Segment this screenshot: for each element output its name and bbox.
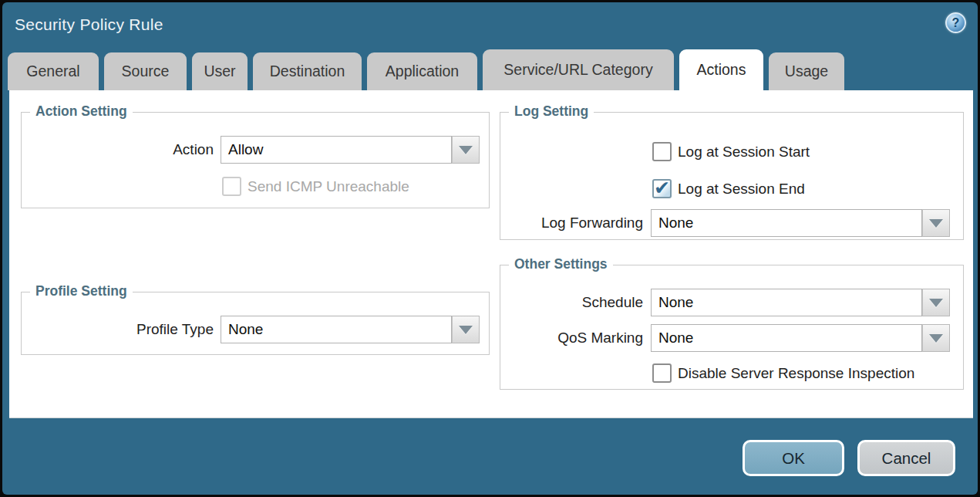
log-forwarding-label: Log Forwarding	[500, 209, 643, 237]
help-icon[interactable]: ?	[945, 12, 966, 33]
chevron-down-icon	[929, 299, 943, 307]
ok-button[interactable]: OK	[743, 440, 844, 476]
log-at-session-start-checkbox[interactable]	[652, 142, 672, 161]
profile-type-dropdown-value[interactable]: None	[221, 316, 452, 343]
action-setting-legend: Action Setting	[30, 103, 133, 120]
schedule-dropdown-button[interactable]	[922, 289, 950, 316]
other-settings-group: Other Settings Schedule None QoS Marking…	[500, 265, 964, 390]
tab-destination[interactable]: Destination	[253, 52, 362, 90]
security-policy-rule-dialog: Security Policy Rule ? General Source Us…	[2, 2, 978, 495]
action-dropdown-value[interactable]: Allow	[221, 136, 452, 164]
tab-actions[interactable]: Actions	[679, 49, 763, 90]
tab-source[interactable]: Source	[104, 52, 187, 90]
schedule-dropdown-value[interactable]: None	[651, 289, 922, 316]
disable-server-response-inspection-checkbox[interactable]	[652, 363, 672, 383]
dialog-frame: Security Policy Rule ? General Source Us…	[0, 0, 980, 497]
log-at-session-end-checkbox[interactable]	[652, 179, 672, 198]
log-at-session-start-label: Log at Session Start	[678, 142, 810, 162]
actions-tab-panel: Action Setting Action Allow Send ICMP Un…	[9, 90, 973, 418]
chevron-down-icon	[459, 146, 473, 154]
log-setting-legend: Log Setting	[509, 103, 594, 120]
chevron-down-icon	[929, 219, 943, 228]
cancel-button[interactable]: Cancel	[857, 440, 955, 476]
log-setting-group: Log Setting Log at Session Start Log at …	[500, 112, 964, 240]
tab-application[interactable]: Application	[367, 52, 477, 90]
tab-user[interactable]: User	[192, 52, 248, 90]
profile-type-dropdown-button[interactable]	[452, 316, 480, 343]
dialog-title: Security Policy Rule	[15, 15, 163, 34]
action-setting-group: Action Setting Action Allow Send ICMP Un…	[21, 112, 490, 208]
action-dropdown: Allow	[221, 136, 480, 164]
send-icmp-unreachable-checkbox	[222, 177, 241, 196]
tab-service-url-category[interactable]: Service/URL Category	[483, 49, 674, 90]
profile-type-dropdown: None	[221, 316, 480, 343]
log-forwarding-dropdown-button[interactable]	[922, 209, 950, 237]
qos-marking-label: QoS Marking	[500, 324, 643, 352]
log-at-session-end-label: Log at Session End	[678, 179, 805, 199]
schedule-dropdown: None	[651, 289, 950, 316]
chevron-down-icon	[459, 326, 473, 334]
tab-general[interactable]: General	[8, 52, 99, 90]
tab-usage[interactable]: Usage	[769, 52, 844, 90]
schedule-label: Schedule	[500, 289, 643, 316]
action-label: Action	[22, 136, 214, 164]
action-dropdown-button[interactable]	[452, 136, 480, 164]
chevron-down-icon	[929, 334, 943, 343]
tab-bar: General Source User Destination Applicat…	[8, 49, 844, 90]
log-forwarding-dropdown: None	[651, 209, 950, 237]
send-icmp-unreachable-label: Send ICMP Unreachable	[248, 177, 409, 197]
profile-setting-group: Profile Setting Profile Type None	[21, 292, 490, 355]
other-settings-legend: Other Settings	[509, 256, 613, 272]
profile-type-label: Profile Type	[22, 316, 214, 343]
qos-marking-dropdown-button[interactable]	[922, 324, 950, 352]
disable-server-response-inspection-label: Disable Server Response Inspection	[678, 363, 914, 384]
log-forwarding-dropdown-value[interactable]: None	[651, 209, 922, 237]
qos-marking-dropdown: None	[651, 324, 950, 352]
qos-marking-dropdown-value[interactable]: None	[651, 324, 922, 352]
profile-setting-legend: Profile Setting	[30, 283, 133, 299]
